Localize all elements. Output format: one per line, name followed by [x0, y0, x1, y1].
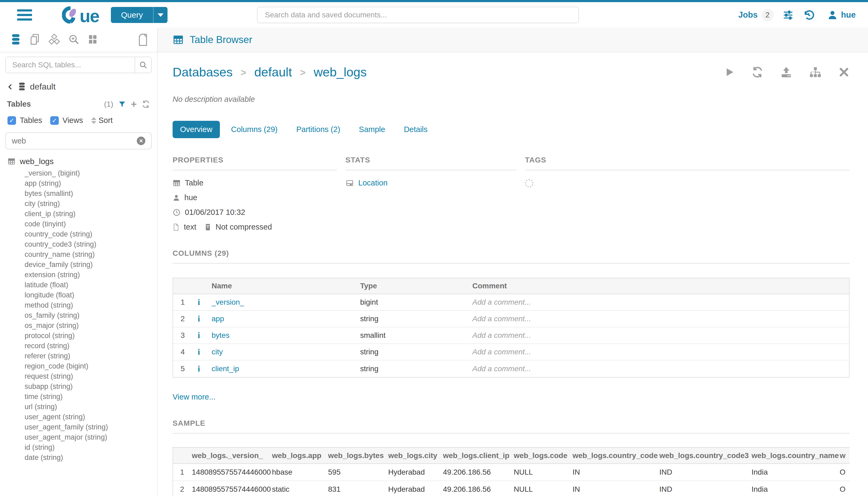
documents-assist-icon[interactable]	[29, 33, 41, 46]
sidebar-column-item[interactable]: date (string)	[5, 452, 152, 463]
breadcrumb-default[interactable]: default	[254, 65, 292, 79]
column-name-link[interactable]: bytes	[211, 331, 360, 340]
refresh-tables-icon[interactable]	[142, 100, 150, 108]
comment-placeholder[interactable]: Add a comment...	[472, 314, 849, 323]
sidebar-column-item[interactable]: referer (string)	[5, 351, 152, 361]
filter-funnel-icon[interactable]	[118, 100, 126, 108]
jobs-count-badge: 2	[761, 9, 774, 21]
sql-table-search-button[interactable]	[135, 57, 151, 73]
sliders-icon[interactable]	[782, 9, 794, 21]
file-format: text	[184, 222, 196, 231]
sidebar-column-item[interactable]: request (string)	[5, 371, 152, 381]
comment-placeholder[interactable]: Add a comment...	[472, 331, 849, 340]
sample-table-container[interactable]: web_logs._version_web_logs.appweb_logs.b…	[173, 447, 850, 496]
columns-section-heading: COLUMNS (29)	[173, 249, 850, 264]
database-breadcrumb[interactable]: default	[7, 82, 152, 92]
apps-assist-icon[interactable]	[87, 34, 98, 46]
sidebar-column-item[interactable]: subapp (string)	[5, 381, 152, 391]
sample-cell: IND	[659, 464, 752, 481]
table-item-web-logs[interactable]: web_logs	[5, 157, 152, 166]
hamburger-menu-button[interactable]	[17, 9, 32, 20]
global-search-input[interactable]	[257, 7, 579, 23]
assist-tab-bar	[0, 28, 157, 52]
sidebar-column-item[interactable]: time (string)	[5, 391, 152, 402]
functions-assist-icon[interactable]	[48, 33, 60, 46]
breadcrumb-databases[interactable]: Databases	[173, 65, 233, 79]
sidebar-column-item[interactable]: city (string)	[5, 199, 152, 209]
sidebar-column-item[interactable]: app (string)	[5, 178, 152, 188]
clear-filter-icon[interactable]: ×	[137, 137, 145, 145]
sort-icon[interactable]	[91, 117, 96, 124]
info-icon[interactable]: i	[194, 297, 211, 307]
sidebar-column-item[interactable]: country_code (string)	[5, 229, 152, 239]
info-icon[interactable]: i	[194, 347, 211, 357]
sidebar-column-item[interactable]: method (string)	[5, 300, 152, 310]
close-icon[interactable]	[838, 66, 850, 78]
sidebar-column-item[interactable]: bytes (smallint)	[5, 188, 152, 199]
sidebar-column-item[interactable]: user_agent_major (string)	[5, 432, 152, 442]
column-name-link[interactable]: city	[211, 348, 360, 356]
comment-placeholder[interactable]: Add a comment...	[472, 348, 849, 356]
column-name-link[interactable]: client_ip	[211, 365, 360, 373]
sidebar-column-item[interactable]: id (string)	[5, 442, 152, 452]
sort-label[interactable]: Sort	[98, 116, 113, 125]
sidebar-column-item[interactable]: client_ip (string)	[5, 209, 152, 219]
search-assist-icon[interactable]	[68, 33, 80, 46]
query-table-icon[interactable]	[724, 66, 735, 78]
info-icon[interactable]: i	[194, 330, 211, 340]
sidebar-column-item[interactable]: device_family (string)	[5, 260, 152, 270]
column-name-link[interactable]: _version_	[211, 298, 360, 307]
query-dropdown-button[interactable]	[153, 7, 168, 23]
sidebar-column-item[interactable]: os_major (string)	[5, 321, 152, 330]
sidebar-column-item[interactable]: protocol (string)	[5, 330, 152, 341]
comment-placeholder[interactable]: Add a comment...	[472, 365, 849, 373]
tab-sample[interactable]: Sample	[351, 121, 393, 138]
tab-overview[interactable]: Overview	[173, 121, 220, 138]
jobs-link[interactable]: Jobs	[738, 10, 758, 20]
tab-bar: Overview Columns (29) Partitions (2) Sam…	[173, 121, 850, 138]
sidebar-column-item[interactable]: latitude (float)	[5, 280, 152, 290]
sidebar-column-item[interactable]: country_code3 (string)	[5, 239, 152, 249]
column-type: smallint	[360, 331, 472, 340]
table-filter-input[interactable]	[12, 137, 137, 145]
info-icon[interactable]: i	[194, 314, 211, 324]
refresh-icon[interactable]	[751, 66, 763, 78]
row-number: 3	[173, 331, 194, 340]
row-number: 1	[173, 464, 192, 481]
tables-checkbox[interactable]: ✓	[7, 116, 16, 125]
views-checkbox[interactable]: ✓	[50, 116, 59, 125]
sidebar-column-item[interactable]: user_agent (string)	[5, 412, 152, 422]
sidebar-column-item[interactable]: country_name (string)	[5, 249, 152, 260]
add-table-icon[interactable]: +	[131, 100, 137, 108]
info-icon[interactable]: i	[194, 364, 211, 374]
sidebar-column-item[interactable]: extension (string)	[5, 270, 152, 280]
upload-icon[interactable]	[780, 66, 792, 78]
sidebar-column-item[interactable]: url (string)	[5, 402, 152, 412]
user-menu[interactable]: hue	[827, 10, 856, 20]
sql-assist-icon[interactable]	[10, 33, 21, 46]
column-name-link[interactable]: app	[211, 314, 360, 323]
sql-table-search-input[interactable]	[6, 57, 135, 73]
columns-table-header: Name Type Comment	[173, 278, 849, 294]
location-link[interactable]: Location	[358, 179, 388, 187]
table-browser-icon	[173, 34, 184, 45]
tab-columns[interactable]: Columns (29)	[224, 121, 285, 138]
sample-header-empty	[173, 448, 192, 464]
sidebar-column-item[interactable]: os_family (string)	[5, 310, 152, 321]
sidebar-column-item[interactable]: longitude (float)	[5, 290, 152, 300]
sidebar-column-item[interactable]: code (tinyint)	[5, 219, 152, 229]
comment-placeholder[interactable]: Add a comment...	[472, 298, 849, 307]
tab-details[interactable]: Details	[396, 121, 435, 138]
sidebar-column-item[interactable]: user_agent_family (string)	[5, 422, 152, 432]
tab-partitions[interactable]: Partitions (2)	[289, 121, 348, 138]
sidebar-column-item[interactable]: _version_ (bigint)	[5, 168, 152, 178]
hue-logo[interactable]: ue	[62, 6, 99, 24]
breadcrumb-web-logs[interactable]: web_logs	[314, 65, 367, 79]
query-button[interactable]: Query	[111, 7, 153, 23]
sitemap-icon[interactable]	[809, 66, 822, 78]
sidebar-column-item[interactable]: region_code (bigint)	[5, 361, 152, 371]
history-icon[interactable]	[803, 9, 815, 21]
sidebar-column-item[interactable]: record (string)	[5, 341, 152, 351]
view-more-link[interactable]: View more...	[173, 392, 216, 401]
importer-icon[interactable]	[137, 33, 149, 46]
